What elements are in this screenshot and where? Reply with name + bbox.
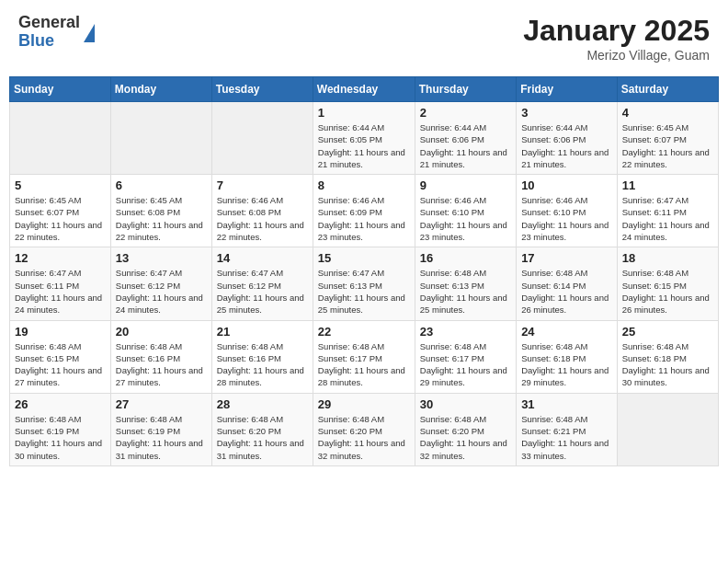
logo-text: General Blue (18, 14, 80, 51)
calendar-cell: 27Sunrise: 6:48 AMSunset: 6:19 PMDayligh… (110, 393, 211, 465)
day-number: 16 (420, 251, 511, 265)
calendar-cell: 3Sunrise: 6:44 AMSunset: 6:06 PMDaylight… (517, 102, 618, 175)
calendar-cell: 7Sunrise: 6:46 AMSunset: 6:08 PMDaylight… (211, 175, 313, 247)
day-info: Sunrise: 6:48 AMSunset: 6:16 PMDaylight:… (116, 340, 207, 389)
calendar-cell: 1Sunrise: 6:44 AMSunset: 6:05 PMDaylight… (313, 102, 415, 175)
calendar-cell: 17Sunrise: 6:48 AMSunset: 6:14 PMDayligh… (517, 247, 618, 320)
day-info: Sunrise: 6:47 AMSunset: 6:11 PMDaylight:… (15, 267, 106, 316)
day-info: Sunrise: 6:48 AMSunset: 6:17 PMDaylight:… (420, 340, 511, 389)
week-row-3: 12Sunrise: 6:47 AMSunset: 6:11 PMDayligh… (10, 247, 719, 320)
day-info: Sunrise: 6:48 AMSunset: 6:19 PMDaylight:… (116, 413, 207, 462)
day-number: 23 (420, 325, 511, 339)
day-info: Sunrise: 6:44 AMSunset: 6:06 PMDaylight:… (521, 121, 612, 170)
day-number: 17 (521, 251, 612, 265)
calendar-cell: 12Sunrise: 6:47 AMSunset: 6:11 PMDayligh… (10, 247, 111, 320)
day-number: 26 (15, 397, 106, 411)
day-number: 3 (521, 106, 612, 120)
day-number: 1 (318, 106, 410, 120)
logo-general: General (18, 14, 80, 32)
day-number: 14 (217, 251, 308, 265)
day-info: Sunrise: 6:48 AMSunset: 6:17 PMDaylight:… (318, 340, 410, 389)
day-info: Sunrise: 6:45 AMSunset: 6:07 PMDaylight:… (622, 121, 713, 170)
calendar-cell (617, 393, 718, 465)
day-number: 10 (521, 178, 612, 192)
day-info: Sunrise: 6:48 AMSunset: 6:15 PMDaylight:… (622, 267, 713, 316)
week-row-4: 19Sunrise: 6:48 AMSunset: 6:15 PMDayligh… (10, 320, 719, 393)
calendar-cell: 22Sunrise: 6:48 AMSunset: 6:17 PMDayligh… (313, 320, 415, 393)
calendar-cell: 10Sunrise: 6:46 AMSunset: 6:10 PMDayligh… (517, 175, 618, 247)
calendar-cell: 11Sunrise: 6:47 AMSunset: 6:11 PMDayligh… (617, 175, 718, 247)
day-number: 20 (116, 325, 207, 339)
page-title: January 2025 (523, 14, 710, 48)
calendar-table: SundayMondayTuesdayWednesdayThursdayFrid… (9, 76, 719, 466)
day-number: 24 (521, 325, 612, 339)
day-number: 4 (622, 106, 713, 120)
day-info: Sunrise: 6:46 AMSunset: 6:10 PMDaylight:… (521, 194, 612, 243)
calendar-cell: 8Sunrise: 6:46 AMSunset: 6:09 PMDaylight… (313, 175, 415, 247)
day-info: Sunrise: 6:48 AMSunset: 6:18 PMDaylight:… (521, 340, 612, 389)
calendar-cell: 9Sunrise: 6:46 AMSunset: 6:10 PMDaylight… (415, 175, 516, 247)
day-info: Sunrise: 6:46 AMSunset: 6:10 PMDaylight:… (420, 194, 511, 243)
logo: General Blue (18, 14, 95, 51)
day-number: 15 (318, 251, 410, 265)
location-subtitle: Merizo Village, Guam (523, 48, 710, 63)
calendar-cell (110, 102, 211, 175)
day-number: 31 (521, 397, 612, 411)
logo-blue: Blue (18, 32, 80, 51)
day-info: Sunrise: 6:48 AMSunset: 6:18 PMDaylight:… (622, 340, 713, 389)
calendar-body: 1Sunrise: 6:44 AMSunset: 6:05 PMDaylight… (10, 102, 719, 466)
logo-triangle-icon (84, 24, 95, 42)
day-info: Sunrise: 6:47 AMSunset: 6:12 PMDaylight:… (217, 267, 308, 316)
day-info: Sunrise: 6:48 AMSunset: 6:15 PMDaylight:… (15, 340, 106, 389)
day-info: Sunrise: 6:47 AMSunset: 6:11 PMDaylight:… (622, 194, 713, 243)
day-number: 22 (318, 325, 410, 339)
page-header: General Blue January 2025 Merizo Village… (9, 9, 719, 67)
calendar-cell: 28Sunrise: 6:48 AMSunset: 6:20 PMDayligh… (211, 393, 313, 465)
day-number: 21 (217, 325, 308, 339)
calendar-cell: 2Sunrise: 6:44 AMSunset: 6:06 PMDaylight… (415, 102, 516, 175)
day-info: Sunrise: 6:45 AMSunset: 6:08 PMDaylight:… (116, 194, 207, 243)
calendar-cell: 5Sunrise: 6:45 AMSunset: 6:07 PMDaylight… (10, 175, 111, 247)
day-header-thursday: Thursday (415, 77, 516, 102)
calendar-cell: 19Sunrise: 6:48 AMSunset: 6:15 PMDayligh… (10, 320, 111, 393)
day-number: 5 (15, 178, 106, 192)
day-info: Sunrise: 6:48 AMSunset: 6:14 PMDaylight:… (521, 267, 612, 316)
day-number: 11 (622, 178, 713, 192)
calendar-cell: 18Sunrise: 6:48 AMSunset: 6:15 PMDayligh… (617, 247, 718, 320)
day-header-monday: Monday (110, 77, 211, 102)
day-header-tuesday: Tuesday (211, 77, 313, 102)
day-header-saturday: Saturday (617, 77, 718, 102)
day-info: Sunrise: 6:48 AMSunset: 6:16 PMDaylight:… (217, 340, 308, 389)
calendar-cell: 23Sunrise: 6:48 AMSunset: 6:17 PMDayligh… (415, 320, 516, 393)
day-info: Sunrise: 6:48 AMSunset: 6:19 PMDaylight:… (15, 413, 106, 462)
day-number: 18 (622, 251, 713, 265)
day-number: 9 (420, 178, 511, 192)
calendar-cell: 24Sunrise: 6:48 AMSunset: 6:18 PMDayligh… (517, 320, 618, 393)
calendar-cell: 21Sunrise: 6:48 AMSunset: 6:16 PMDayligh… (211, 320, 313, 393)
calendar-cell: 4Sunrise: 6:45 AMSunset: 6:07 PMDaylight… (617, 102, 718, 175)
week-row-5: 26Sunrise: 6:48 AMSunset: 6:19 PMDayligh… (10, 393, 719, 465)
day-header-wednesday: Wednesday (313, 77, 415, 102)
calendar-cell: 31Sunrise: 6:48 AMSunset: 6:21 PMDayligh… (517, 393, 618, 465)
calendar-cell: 16Sunrise: 6:48 AMSunset: 6:13 PMDayligh… (415, 247, 516, 320)
day-number: 28 (217, 397, 308, 411)
day-number: 27 (116, 397, 207, 411)
calendar-cell: 25Sunrise: 6:48 AMSunset: 6:18 PMDayligh… (617, 320, 718, 393)
day-info: Sunrise: 6:46 AMSunset: 6:08 PMDaylight:… (217, 194, 308, 243)
day-number: 12 (15, 251, 106, 265)
day-number: 25 (622, 325, 713, 339)
day-number: 30 (420, 397, 511, 411)
day-info: Sunrise: 6:48 AMSunset: 6:20 PMDaylight:… (420, 413, 511, 462)
day-number: 6 (116, 178, 207, 192)
calendar-cell: 20Sunrise: 6:48 AMSunset: 6:16 PMDayligh… (110, 320, 211, 393)
day-header-friday: Friday (517, 77, 618, 102)
calendar-cell: 30Sunrise: 6:48 AMSunset: 6:20 PMDayligh… (415, 393, 516, 465)
day-info: Sunrise: 6:45 AMSunset: 6:07 PMDaylight:… (15, 194, 106, 243)
day-info: Sunrise: 6:46 AMSunset: 6:09 PMDaylight:… (318, 194, 410, 243)
calendar-cell: 6Sunrise: 6:45 AMSunset: 6:08 PMDaylight… (110, 175, 211, 247)
calendar-cell: 13Sunrise: 6:47 AMSunset: 6:12 PMDayligh… (110, 247, 211, 320)
calendar-header: SundayMondayTuesdayWednesdayThursdayFrid… (10, 77, 719, 102)
calendar-cell: 14Sunrise: 6:47 AMSunset: 6:12 PMDayligh… (211, 247, 313, 320)
day-info: Sunrise: 6:48 AMSunset: 6:20 PMDaylight:… (318, 413, 410, 462)
calendar-cell: 29Sunrise: 6:48 AMSunset: 6:20 PMDayligh… (313, 393, 415, 465)
